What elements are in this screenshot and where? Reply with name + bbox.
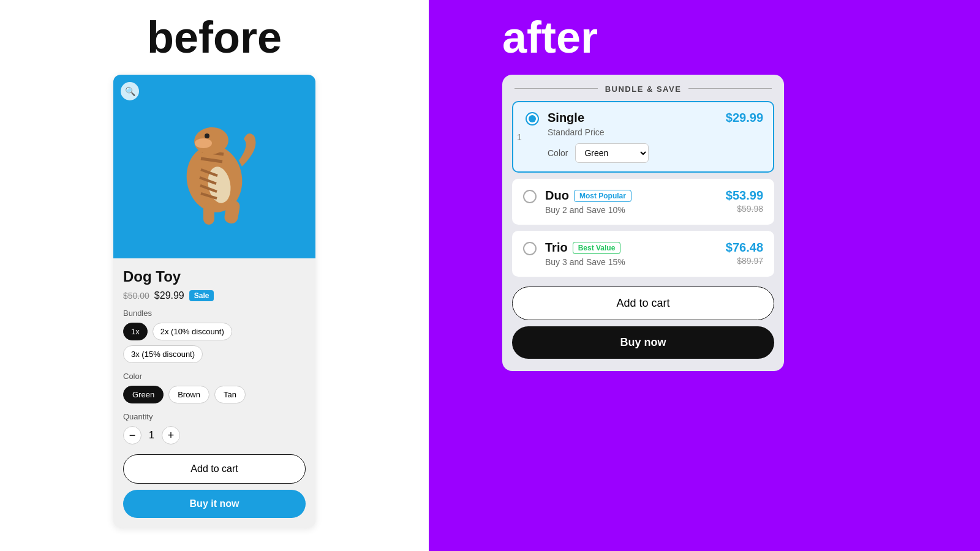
add-to-cart-button[interactable]: Add to cart [123,454,306,484]
bundle-btn-1x[interactable]: 1x [123,323,148,340]
bundle-save-card: BUNDLE & SAVE 1 Single Standard Price Co… [502,75,784,371]
buy-now-button[interactable]: Buy it now [123,490,306,518]
bundle-btn-3x[interactable]: 3x (15% discount) [123,345,203,363]
duo-radio [523,190,537,203]
before-heading: before [147,12,282,62]
product-image [153,99,276,234]
color-btn-green[interactable]: Green [123,386,164,403]
single-price: $29.99 [726,111,763,125]
zoom-icon[interactable]: 🔍 [121,82,139,100]
trio-content: Trio Best Value Buy 3 and Save 15% [545,241,717,267]
quantity-decrease-button[interactable]: − [123,426,141,444]
bundles-row: 1x 2x (10% discount) 3x (15% discount) [123,323,306,363]
trio-price: $76.48 [726,241,763,255]
trio-tag: Best Value [573,242,621,254]
duo-price-orig: $59.98 [737,204,763,214]
svg-point-4 [205,133,209,138]
price-original: $50.00 [123,291,149,301]
color-row: Green Brown Tan [123,386,306,403]
bundle-option-single[interactable]: 1 Single Standard Price Color Green Brow… [512,101,774,173]
bundle-options: 1 Single Standard Price Color Green Brow… [502,101,784,277]
price-current: $29.99 [154,290,184,301]
duo-tag: Most Popular [574,190,631,202]
svg-rect-11 [203,203,214,225]
single-name: Single [548,111,584,125]
product-info: Dog Toy $50.00 $29.99 Sale Bundles 1x 2x… [113,258,315,528]
bundle-option-trio[interactable]: Trio Best Value Buy 3 and Save 15% $76.4… [512,231,774,277]
single-top: Single [548,111,717,125]
after-heading: after [502,12,980,62]
bundles-label: Bundles [123,309,306,318]
sale-badge: Sale [189,290,214,301]
product-image-container: 🔍 [113,75,315,258]
single-radio [526,112,539,126]
single-qty: 1 [517,132,522,142]
color-label: Color [123,372,306,381]
bundle-option-duo[interactable]: Duo Most Popular Buy 2 and Save 10% $53.… [512,179,774,225]
color-btn-tan[interactable]: Tan [214,386,246,403]
single-content: Single Standard Price Color Green Brown … [548,111,717,163]
svg-point-5 [195,138,212,148]
trio-top: Trio Best Value [545,241,717,255]
color-select-dropdown[interactable]: Green Brown Tan [575,143,649,163]
quantity-row: − 1 + [123,426,306,444]
duo-subtitle: Buy 2 and Save 10% [545,205,717,215]
color-btn-brown[interactable]: Brown [168,386,209,403]
single-subtitle: Standard Price [548,127,717,137]
quantity-value: 1 [149,430,154,441]
duo-top: Duo Most Popular [545,189,717,203]
trio-price-col: $76.48 $89.97 [726,241,763,266]
duo-content: Duo Most Popular Buy 2 and Save 10% [545,189,717,215]
after-buy-now-button[interactable]: Buy now [512,326,774,359]
single-price-col: $29.99 [726,111,763,125]
trio-subtitle: Buy 3 and Save 15% [545,257,717,267]
color-selector-row: Color Green Brown Tan [548,143,717,163]
trio-radio [523,242,537,255]
product-card: 🔍 [113,75,315,528]
bundle-btn-2x[interactable]: 2x (10% discount) [153,323,232,340]
quantity-label: Quantity [123,412,306,421]
after-panel: after BUNDLE & SAVE 1 Single Standard Pr… [429,0,980,551]
price-row: $50.00 $29.99 Sale [123,290,306,301]
after-add-to-cart-button[interactable]: Add to cart [512,287,774,320]
quantity-increase-button[interactable]: + [162,426,180,444]
bundle-actions: Add to cart Buy now [502,287,784,359]
duo-price-col: $53.99 $59.98 [726,189,763,214]
duo-name: Duo [545,189,569,203]
product-title: Dog Toy [123,268,306,285]
bundle-header: BUNDLE & SAVE [502,75,784,101]
trio-name: Trio [545,241,568,255]
trio-price-orig: $89.97 [737,256,763,266]
duo-price: $53.99 [726,189,763,203]
before-panel: before 🔍 [0,0,429,551]
color-selector-label: Color [548,148,568,158]
bundle-header-text: BUNDLE & SAVE [598,84,689,94]
